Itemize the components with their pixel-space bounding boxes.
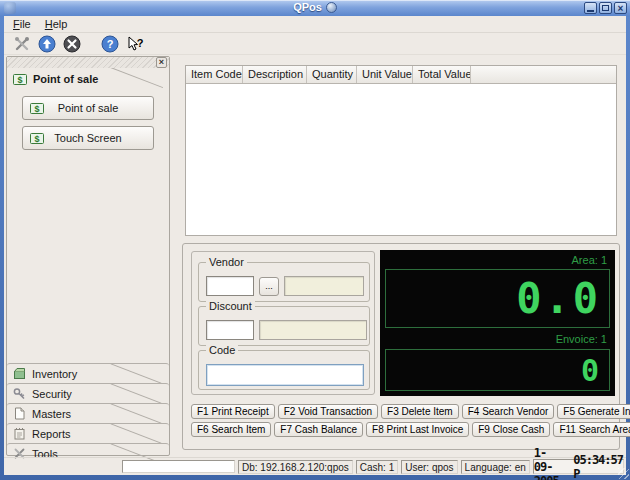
transaction-panel: Vendor ... Discount Code [182, 243, 620, 450]
status-time: 05:34:57 P [573, 453, 623, 480]
items-table: Item Code Description Quantity Unit Valu… [185, 65, 617, 236]
minimize-button[interactable] [584, 2, 597, 14]
svg-text:$: $ [34, 134, 39, 144]
statusbar: Db: 192.168.2.120:qpos Cash: 1 User: qpo… [4, 457, 626, 475]
dollar-icon: $ [13, 73, 27, 86]
toolbox-tab-label: Security [32, 388, 72, 400]
maximize-icon [602, 5, 609, 11]
window-title-text: QPos [293, 1, 322, 13]
dollar-icon: $ [30, 102, 44, 115]
qpos-logo-icon [326, 2, 337, 13]
help-icon[interactable]: ? [100, 34, 120, 54]
qpos-window: QPos × File Help [0, 0, 630, 480]
f4-search-vendor-button[interactable]: F4 Search Vendor [462, 404, 555, 419]
code-group: Code [198, 350, 370, 390]
col-filler [471, 66, 616, 83]
dock-close-button[interactable]: × [156, 57, 167, 68]
col-unit-value[interactable]: Unit Value [357, 66, 413, 83]
minimize-icon [587, 10, 594, 12]
vendor-group: Vendor ... [198, 262, 370, 302]
tab-diagonal-decoration [111, 363, 162, 383]
lcd-display-panel: Area: 1 0.0 Envoice: 1 0 [380, 250, 615, 396]
dollar-icon: $ [30, 132, 44, 145]
col-item-code[interactable]: Item Code [186, 66, 243, 83]
toolbox-tab-point-of-sale[interactable]: $ Point of sale [7, 68, 169, 90]
f5-generate-invoice-button[interactable]: F5 Generate Invoice [557, 404, 630, 419]
col-description[interactable]: Description [243, 66, 307, 83]
status-datetime-lcd: 1-09-2005 05:34:57 P [533, 459, 624, 474]
entry-form: Vendor ... Discount Code [191, 251, 375, 395]
f8-print-last-invoice-button[interactable]: F8 Print Last Invoice [366, 422, 469, 437]
tab-diagonal-decoration [111, 383, 162, 403]
function-buttons: F1 Print Receipt F2 Void Transaction F3 … [191, 404, 611, 440]
toolbox-tab-label: Inventory [32, 368, 77, 380]
f7-cash-balance-button[interactable]: F7 Cash Balance [274, 422, 363, 437]
discount-group: Discount [198, 306, 370, 346]
touch-screen-button[interactable]: $ Touch Screen [22, 126, 154, 150]
code-input[interactable] [206, 364, 364, 386]
window-title: QPos [0, 1, 630, 13]
status-db: Db: 192.168.2.120:qpos [238, 460, 353, 474]
toolbox-tab-inventory[interactable]: Inventory [7, 363, 169, 383]
f3-delete-item-button[interactable]: F3 Delete Item [381, 404, 459, 419]
document-icon [13, 407, 26, 420]
status-progress-field [122, 460, 235, 473]
dock-drag-handle[interactable]: × [7, 57, 169, 68]
menu-file[interactable]: File [6, 17, 38, 31]
tab-diagonal-decoration [105, 68, 163, 88]
discount-input[interactable] [206, 320, 254, 340]
svg-text:?: ? [107, 38, 114, 50]
status-user: User: qpos [401, 460, 457, 474]
items-table-body[interactable] [186, 84, 616, 235]
point-of-sale-button[interactable]: $ Point of sale [22, 96, 154, 120]
col-total-value[interactable]: Total Value [413, 66, 471, 83]
tab-diagonal-decoration [111, 403, 162, 423]
svg-text:$: $ [17, 75, 22, 85]
tools-icon[interactable] [12, 34, 32, 54]
svg-text:$: $ [34, 104, 39, 114]
invoice-label: Envoice: 1 [556, 333, 607, 345]
report-icon [13, 427, 26, 440]
close-icon: × [618, 4, 624, 13]
discount-display-field [259, 320, 367, 340]
area-label: Area: 1 [572, 254, 607, 266]
toolbox-tab-label: Point of sale [33, 73, 98, 85]
toolbox-tab-label: Masters [32, 408, 71, 420]
vendor-browse-button[interactable]: ... [259, 277, 279, 296]
toolbox-tab-label: Reports [32, 428, 71, 440]
vendor-name-field [284, 276, 364, 296]
f11-search-area-button[interactable]: F11 Search Area [553, 422, 630, 437]
f9-close-cash-button[interactable]: F9 Close Cash [472, 422, 550, 437]
col-quantity[interactable]: Quantity [307, 66, 357, 83]
toolbox-tab-reports[interactable]: Reports [7, 423, 169, 443]
window-body: File Help [4, 16, 626, 475]
point-of-sale-panel: $ Point of sale $ Touch Screen [7, 96, 169, 363]
sidebar-dock: × $ Point of sale $ [6, 56, 170, 456]
toolbox-tab-masters[interactable]: Masters [7, 403, 169, 423]
maximize-button[interactable] [599, 2, 612, 14]
toolbar: ? ? [4, 33, 626, 55]
vendor-group-label: Vendor [206, 256, 247, 268]
f2-void-transaction-button[interactable]: F2 Void Transaction [278, 404, 378, 419]
f6-search-item-button[interactable]: F6 Search Item [191, 422, 271, 437]
vendor-code-input[interactable] [206, 276, 254, 296]
titlebar[interactable]: QPos × [0, 0, 630, 16]
discount-group-label: Discount [206, 300, 255, 312]
menu-help[interactable]: Help [38, 17, 75, 31]
key-icon [13, 387, 26, 400]
inventory-icon [13, 367, 26, 380]
tab-diagonal-decoration [111, 423, 162, 443]
f1-print-receipt-button[interactable]: F1 Print Receipt [191, 404, 275, 419]
items-table-header: Item Code Description Quantity Unit Valu… [186, 66, 616, 84]
exit-icon[interactable] [62, 34, 82, 54]
invoice-lcd-value: 0 [385, 349, 610, 391]
whats-this-icon[interactable]: ? [125, 34, 145, 54]
resize-grip[interactable] [618, 468, 629, 479]
area-lcd-value: 0.0 [385, 269, 610, 328]
go-up-icon[interactable] [37, 34, 57, 54]
toolbox-tab-security[interactable]: Security [7, 383, 169, 403]
status-cash: Cash: 1 [356, 460, 398, 474]
status-date: 1-09-2005 [534, 446, 563, 480]
close-button[interactable]: × [614, 2, 627, 14]
code-group-label: Code [206, 344, 238, 356]
